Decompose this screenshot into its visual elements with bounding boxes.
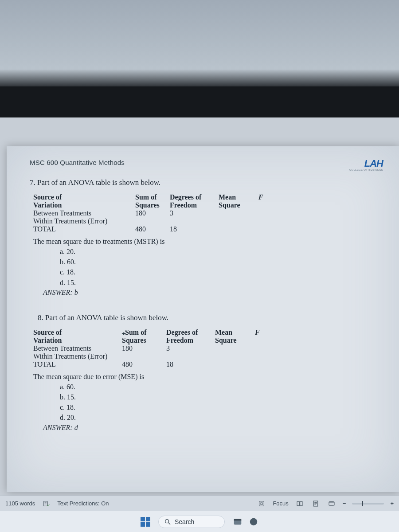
focus-icon[interactable] (257, 499, 266, 509)
svg-rect-1 (259, 501, 264, 506)
table-row: Within Treatments (Error) (33, 352, 122, 360)
question-7-options: a. 20. b. 60. c. 18. d. 15. (60, 246, 383, 288)
college-logo: LAH COLLEGE OF BUSINESS (349, 159, 383, 171)
zoom-slider[interactable] (352, 503, 384, 505)
option-d: d. 20. (60, 412, 383, 422)
monitor-bezel (0, 86, 399, 117)
option-b: b. 15. (60, 392, 383, 402)
option-a: a. 20. (60, 246, 383, 257)
anova-table-q7: Source ofVariation Sum ofSquares Degrees… (33, 193, 383, 233)
question-7-answer: ANSWER: b (43, 289, 383, 297)
option-b: b. 60. (60, 257, 383, 267)
document-page: MSC 600 Quantitative Methods LAH COLLEGE… (7, 146, 399, 492)
text-cursor-icon: ◂▸ (122, 331, 125, 336)
svg-point-15 (250, 518, 258, 525)
text-predictions-status[interactable]: Text Predictions: On (57, 500, 109, 507)
question-8-stem: The mean square due to error (MSE) is (33, 373, 383, 381)
cell-ss: 480 (122, 360, 166, 368)
monitor-reflection (0, 0, 399, 86)
svg-rect-14 (234, 519, 242, 520)
read-mode-icon[interactable] (295, 499, 305, 509)
table-row: Within Treatments (Error) (33, 217, 135, 225)
table-row: Between Treatments (33, 344, 122, 352)
taskbar-app-icon[interactable] (233, 517, 243, 527)
question-8-title: 8. Part of an ANOVA table is shown below… (38, 313, 383, 322)
option-c: c. 18. (60, 402, 383, 412)
windows-taskbar: Search (0, 511, 399, 532)
taskbar-search[interactable]: Search (158, 516, 225, 528)
cell-ss: 180 (135, 209, 170, 217)
option-a: a. 60. (60, 382, 383, 392)
cell-df: 3 (170, 209, 219, 217)
word-status-bar: 1105 words Text Predictions: On Focus − … (0, 496, 399, 511)
zoom-in-button[interactable]: + (390, 500, 394, 507)
zoom-out-button[interactable]: − (343, 500, 346, 507)
svg-rect-3 (297, 501, 299, 505)
focus-mode-button[interactable]: Focus (273, 500, 288, 507)
svg-rect-4 (300, 501, 302, 505)
svg-line-12 (168, 523, 170, 524)
web-layout-icon[interactable] (327, 499, 336, 509)
taskbar-app-icon[interactable] (249, 517, 258, 527)
logo-subtext: COLLEGE OF BUSINESS (349, 168, 383, 171)
svg-rect-2 (261, 503, 262, 505)
cell-df: 3 (166, 344, 215, 352)
svg-rect-9 (329, 501, 334, 505)
question-7-stem: The mean square due to treatments (MSTR)… (33, 238, 383, 246)
cell-ss: 180 (122, 344, 166, 352)
cell-ss: 480 (135, 225, 170, 233)
spellcheck-icon[interactable] (41, 499, 51, 509)
table-row: TOTAL (33, 360, 122, 368)
question-8-options: a. 60. b. 15. c. 18. d. 20. (60, 382, 383, 423)
taskbar-search-label: Search (175, 518, 194, 525)
table-row: Between Treatments (33, 209, 135, 217)
print-layout-icon[interactable] (311, 499, 321, 509)
question-8-answer: ANSWER: d (43, 424, 383, 432)
word-count[interactable]: 1105 words (5, 500, 35, 507)
table-row: TOTAL (33, 225, 135, 233)
course-title: MSC 600 Quantitative Methods (30, 159, 125, 166)
logo-text: LAH (349, 159, 383, 168)
svg-point-11 (165, 519, 169, 523)
start-button[interactable] (141, 517, 150, 527)
option-d: d. 15. (60, 278, 383, 288)
anova-table-q8: Source ofVariation ◂▸Sum ofSquares Degre… (33, 329, 383, 368)
option-c: c. 18. (60, 267, 383, 277)
cell-df: 18 (170, 225, 219, 233)
cell-df: 18 (166, 360, 215, 368)
question-7-title: 7. Part of an ANOVA table is shown below… (30, 178, 383, 187)
